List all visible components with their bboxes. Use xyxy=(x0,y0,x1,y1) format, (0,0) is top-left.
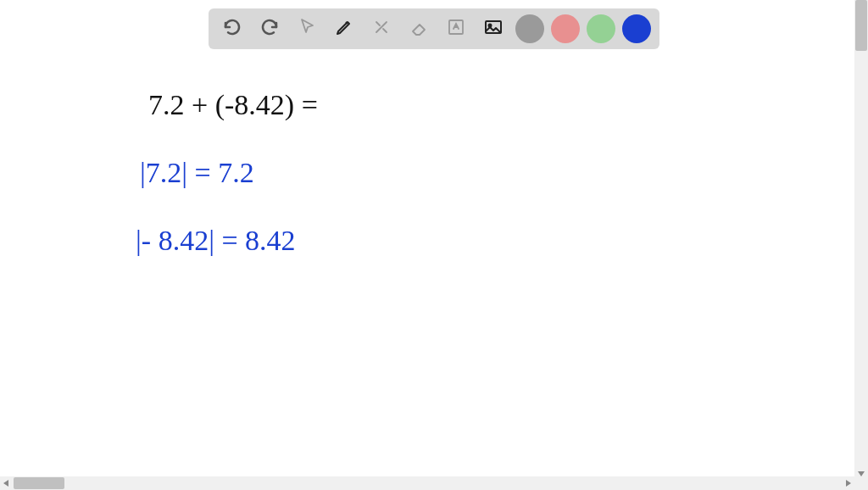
tools-button[interactable] xyxy=(366,14,397,44)
handwritten-line: 7.2 + (-8.42) = xyxy=(148,89,318,121)
scroll-left-icon[interactable] xyxy=(3,480,8,487)
horizontal-scrollbar-thumb[interactable] xyxy=(14,477,64,489)
handwritten-line: |- 8.42| = 8.42 xyxy=(136,225,296,257)
eraser-icon xyxy=(409,17,429,41)
vertical-scrollbar[interactable] xyxy=(854,0,868,490)
horizontal-scrollbar[interactable] xyxy=(0,476,854,490)
color-green-button[interactable] xyxy=(587,14,615,43)
drawing-canvas[interactable]: 7.2 + (-8.42) = |7.2| = 7.2 |- 8.42| = 8… xyxy=(0,51,854,476)
image-icon xyxy=(483,17,504,41)
vertical-scrollbar-thumb[interactable] xyxy=(855,0,867,51)
tools-icon xyxy=(371,17,392,41)
scroll-right-icon[interactable] xyxy=(846,480,851,487)
color-red-button[interactable] xyxy=(551,14,580,43)
image-button[interactable] xyxy=(478,14,509,44)
scroll-corner xyxy=(854,476,868,490)
pen-icon xyxy=(334,17,354,41)
eraser-button[interactable] xyxy=(403,14,434,44)
redo-icon xyxy=(259,17,280,41)
pen-button[interactable] xyxy=(329,14,359,44)
color-blue-button[interactable] xyxy=(622,14,651,43)
color-gray-button[interactable] xyxy=(515,14,544,43)
text-icon xyxy=(446,17,466,41)
undo-button[interactable] xyxy=(217,14,248,44)
pointer-icon xyxy=(297,17,317,41)
handwritten-line: |7.2| = 7.2 xyxy=(140,157,254,189)
toolbar xyxy=(209,8,659,49)
undo-icon xyxy=(222,17,242,41)
redo-button[interactable] xyxy=(254,14,285,44)
pointer-button[interactable] xyxy=(292,14,322,44)
text-button[interactable] xyxy=(441,14,471,44)
